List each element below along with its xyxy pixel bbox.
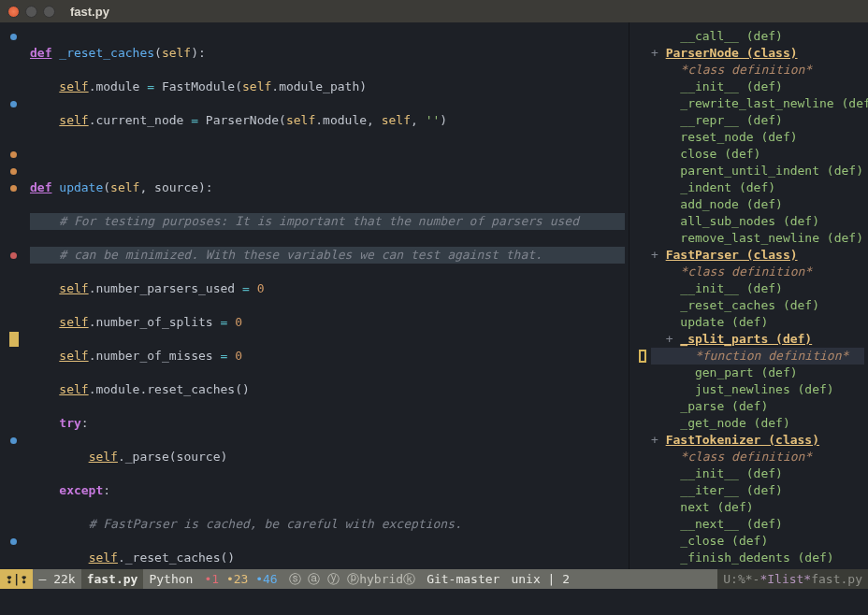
gutter-cursor (9, 332, 19, 347)
window-title: fast.py (70, 5, 109, 19)
window-titlebar: fast.py (0, 0, 868, 22)
outline-item[interactable]: __init__ (def) (651, 79, 864, 95)
outline-item[interactable]: parent_until_indent (def) (651, 163, 864, 179)
code-line[interactable]: self.number_parsers_used = 0 (30, 280, 625, 297)
outline-item[interactable]: __call__ (def) (651, 28, 864, 45)
outline-item[interactable]: + FastTokenizer (class) (651, 432, 864, 449)
modeline-minor-modes: ⓢ ⓐ ⓨ ⓟ hybrid ⓚ (283, 569, 421, 589)
outline-item[interactable]: __next__ (def) (651, 516, 864, 533)
outline-gutter (634, 22, 651, 569)
code-line[interactable]: # can be minimized. With these variables… (30, 247, 625, 264)
modeline-inactive: U:%*- *Ilist* fast.py (717, 569, 868, 589)
fringe-marker (10, 168, 17, 175)
outline-item[interactable]: next (def) (651, 499, 864, 516)
outline-item[interactable]: remove_last_newline (def) (651, 230, 864, 247)
left-gutter (0, 22, 26, 569)
outline-item[interactable]: *class definition* (651, 449, 864, 465)
outline-item[interactable]: *function definition* (651, 348, 864, 365)
outline-item[interactable]: _parse (def) (651, 398, 864, 415)
outline-item[interactable]: gen_part (def) (651, 365, 864, 381)
modeline-file[interactable]: fast.py (81, 569, 144, 589)
modeline-size: — 22k (33, 569, 80, 589)
code-line[interactable]: self.number_of_misses = 0 (30, 348, 625, 365)
outline-item[interactable]: _finish_dedents (def) (651, 550, 864, 566)
modeline-major-mode[interactable]: Python (143, 569, 198, 589)
window-minimize-button[interactable] (25, 6, 37, 18)
editor-main: def _reset_caches(self): self.module = F… (0, 22, 868, 569)
outline-item[interactable]: add_node (def) (651, 196, 864, 213)
outline-item[interactable]: *class definition* (651, 62, 864, 79)
fringe-marker (10, 151, 17, 158)
minibuffer[interactable] (0, 589, 868, 615)
window-maximize-button[interactable] (43, 6, 55, 18)
code-line[interactable]: self.module.reset_caches() (30, 381, 625, 398)
outline-item[interactable]: _get_node (def) (651, 415, 864, 432)
outline-cursor (639, 350, 646, 363)
code-line[interactable]: self._parse(source) (30, 449, 625, 465)
outline-item[interactable]: _rewrite_last_newline (def) (651, 95, 864, 112)
code-line[interactable]: try: (30, 415, 625, 432)
code-line[interactable]: def update(self, source): (30, 179, 625, 196)
modeline-indicator: ❢|❢ (0, 569, 33, 589)
outline-item[interactable]: close (def) (651, 146, 864, 163)
outline-item[interactable]: update (def) (651, 314, 864, 331)
outline-item[interactable]: *class definition* (651, 264, 864, 280)
modeline-git[interactable]: Git-master (421, 569, 505, 589)
outline-item[interactable]: reset_node (def) (651, 129, 864, 146)
outline-panel[interactable]: __call__ (def)+ ParserNode (class) *clas… (651, 22, 868, 569)
fringe-marker (10, 34, 17, 40)
outline-item[interactable]: __iter__ (def) (651, 482, 864, 499)
code-line[interactable]: # FastParser is cached, be careful with … (30, 516, 625, 533)
fringe-marker (10, 538, 17, 545)
outline-item[interactable]: just_newlines (def) (651, 381, 864, 398)
mode-line: ❢|❢ — 22k fast.py Python •1 •23 •46 ⓢ ⓐ … (0, 569, 868, 589)
outline-item[interactable]: + FastParser (class) (651, 247, 864, 264)
modeline-encoding: unix | 2 (505, 569, 575, 589)
fringe-marker (10, 101, 17, 107)
fringe-marker (10, 437, 17, 444)
outline-item[interactable]: _reset_caches (def) (651, 297, 864, 314)
fringe-marker (10, 252, 17, 259)
outline-item[interactable]: + _split_parts (def) (651, 331, 864, 348)
code-line[interactable]: self.current_node = ParserNode(self.modu… (30, 112, 625, 129)
outline-item[interactable]: __repr__ (def) (651, 112, 864, 129)
code-line[interactable]: self.module = FastModule(self.module_pat… (30, 79, 625, 95)
outline-item[interactable]: __init__ (def) (651, 280, 864, 297)
code-editor[interactable]: def _reset_caches(self): self.module = F… (26, 22, 629, 569)
code-line[interactable]: def _reset_caches(self): (30, 45, 625, 62)
outline-item[interactable]: _indent (def) (651, 179, 864, 196)
modeline-flycheck: •1 •23 •46 (198, 569, 282, 589)
fringe-marker (10, 185, 17, 192)
window-close-button[interactable] (7, 6, 20, 18)
outline-item[interactable]: + ParserNode (class) (651, 45, 864, 62)
code-line[interactable]: except: (30, 482, 625, 499)
outline-item[interactable]: all_sub_nodes (def) (651, 213, 864, 230)
outline-item[interactable]: _close (def) (651, 533, 864, 550)
code-line[interactable]: self._reset_caches() (30, 550, 625, 566)
code-line[interactable]: self.number_of_splits = 0 (30, 314, 625, 331)
code-line[interactable]: # For testing purposes: It is important … (30, 213, 625, 230)
outline-item[interactable]: __init__ (def) (651, 465, 864, 482)
